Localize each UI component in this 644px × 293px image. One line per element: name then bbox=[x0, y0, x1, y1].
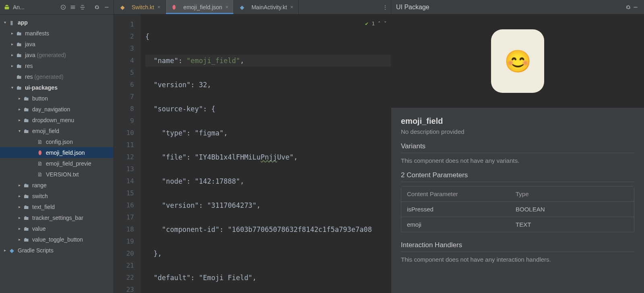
emoji-preview-card: 😊 bbox=[491, 29, 544, 93]
gear-icon[interactable] bbox=[93, 4, 101, 11]
close-icon[interactable]: × bbox=[225, 4, 229, 10]
component-details: emoji_field No description provided Vari… bbox=[391, 108, 644, 293]
android-icon[interactable] bbox=[3, 4, 10, 11]
chevron-up-icon[interactable]: ˄ bbox=[378, 18, 381, 30]
project-tree: ▾▮app ▸🖿manifests ▸🖿java ▸🖿java (generat… bbox=[0, 14, 114, 293]
expand-icon[interactable] bbox=[69, 4, 76, 11]
tree-node-java-generated[interactable]: ▸🖿java (generated) bbox=[0, 49, 114, 60]
svg-rect-2 bbox=[105, 7, 108, 7]
tabs-overflow-icon[interactable]: ⋮ bbox=[380, 0, 391, 14]
tree-node-gradle-scripts[interactable]: ▸◆Gradle Scripts bbox=[0, 245, 114, 256]
project-panel: An... ▾▮app ▸🖿manifests ▸🖿java ▸🖿java (g… bbox=[0, 0, 114, 293]
tree-node-tracker-settings-bar[interactable]: ▸🖿tracker_settings_bar bbox=[0, 212, 114, 223]
close-icon[interactable]: × bbox=[290, 4, 293, 10]
emoji-glyph: 😊 bbox=[504, 49, 531, 74]
chevron-down-icon[interactable]: ˅ bbox=[384, 18, 387, 30]
tree-file-emoji-field-json[interactable]: ⬮emoji_field.json bbox=[0, 147, 114, 158]
tree-node-app[interactable]: ▾▮app bbox=[0, 17, 114, 28]
table-row: isPressed BOOLEAN bbox=[401, 201, 634, 217]
variants-heading: Variants bbox=[401, 142, 634, 153]
collapse-icon[interactable] bbox=[79, 4, 86, 11]
inspection-overlay: ✔ 1 ˄ ˅ bbox=[365, 18, 387, 30]
tree-node-switch[interactable]: ▸🖿switch bbox=[0, 191, 114, 201]
tree-node-ui-packages[interactable]: ▾🖿ui-packages bbox=[0, 82, 114, 93]
tree-node-emoji-field[interactable]: ▾🖿emoji_field bbox=[0, 125, 114, 136]
params-table: Content Parameter Type isPressed BOOLEAN… bbox=[401, 186, 634, 232]
panel-title: UI Package bbox=[396, 4, 429, 11]
tree-node-res-generated[interactable]: 🖿res (generated) bbox=[0, 71, 114, 82]
tab-emoji-field-json[interactable]: ⬮ emoji_field.json × bbox=[166, 0, 234, 14]
close-icon[interactable]: × bbox=[157, 4, 161, 10]
table-row: emoji TEXT bbox=[401, 217, 634, 232]
tree-file-emoji-field-preview[interactable]: 🗎emoji_field_previe bbox=[0, 158, 114, 169]
tab-switch-kt[interactable]: ◆ Switch.kt × bbox=[114, 0, 166, 14]
variants-note: This component does not have any variant… bbox=[401, 157, 634, 164]
tab-main-activity-kt[interactable]: ◆ MainActivity.kt × bbox=[234, 0, 299, 14]
inspection-count: 1 bbox=[372, 18, 375, 30]
check-icon: ✔ bbox=[365, 18, 368, 30]
interactions-note: This component does not have any interac… bbox=[401, 256, 634, 263]
tree-node-day-navigation[interactable]: ▸🖿day_navigation bbox=[0, 104, 114, 115]
gutter: 1234567891011121314151617181920212223 bbox=[114, 14, 140, 293]
tree-node-button[interactable]: ▸🖿button bbox=[0, 93, 114, 104]
component-description: No description provided bbox=[401, 128, 634, 135]
minimize-icon[interactable] bbox=[632, 4, 639, 11]
component-name: emoji_field bbox=[401, 117, 634, 126]
interactions-heading: Interaction Handlers bbox=[401, 241, 634, 252]
ui-package-panel: UI Package 😊 emoji_field No description … bbox=[391, 0, 644, 293]
editor-panel: ◆ Switch.kt × ⬮ emoji_field.json × ◆ Mai… bbox=[114, 0, 391, 293]
gear-icon[interactable] bbox=[625, 4, 632, 11]
col-content-parameter: Content Parameter bbox=[401, 186, 510, 201]
tree-node-text-field[interactable]: ▸🖿text_field bbox=[0, 201, 114, 212]
tree-node-dropdown-menu[interactable]: ▸🖿dropdown_menu bbox=[0, 115, 114, 125]
code-area[interactable]: { "name": "emoji_field", "version": 32, … bbox=[140, 14, 391, 293]
project-toolbar: An... bbox=[0, 0, 114, 14]
editor-tabs: ◆ Switch.kt × ⬮ emoji_field.json × ◆ Mai… bbox=[114, 0, 391, 14]
table-header-row: Content Parameter Type bbox=[401, 186, 634, 201]
col-type: Type bbox=[510, 186, 634, 201]
tree-node-value-toggle-button[interactable]: ▸🖿value_toggle_button bbox=[0, 234, 114, 245]
tree-node-range[interactable]: ▸🖿range bbox=[0, 180, 114, 191]
code-editor[interactable]: 1234567891011121314151617181920212223 { … bbox=[114, 14, 391, 293]
content-params-heading: 2 Content Parameters bbox=[401, 171, 634, 182]
svg-point-1 bbox=[63, 6, 64, 8]
tree-node-manifests[interactable]: ▸🖿manifests bbox=[0, 28, 114, 39]
tree-file-version-txt[interactable]: 🗎VERSION.txt bbox=[0, 169, 114, 180]
component-preview: 😊 bbox=[391, 14, 644, 108]
target-icon[interactable] bbox=[60, 4, 67, 11]
svg-rect-3 bbox=[634, 7, 637, 7]
tree-file-config-json[interactable]: 🗎config.json bbox=[0, 136, 114, 147]
ui-package-header: UI Package bbox=[391, 0, 644, 14]
tree-node-value[interactable]: ▸🖿value bbox=[0, 223, 114, 234]
minimize-icon[interactable] bbox=[103, 4, 110, 11]
tree-node-java[interactable]: ▸🖿java bbox=[0, 39, 114, 49]
project-title: An... bbox=[13, 4, 57, 10]
tree-node-res[interactable]: ▸🖿res bbox=[0, 60, 114, 71]
